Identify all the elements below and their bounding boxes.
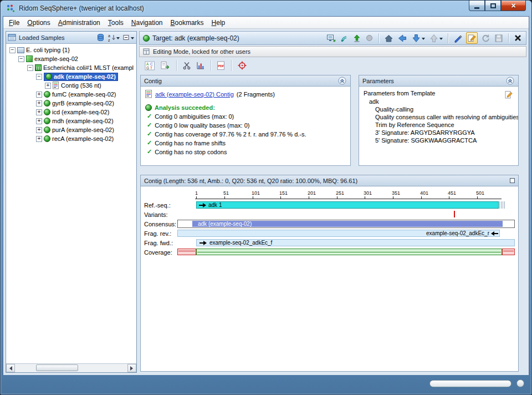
- scrollbar-track[interactable]: [15, 364, 127, 372]
- gene-sphere-icon: [44, 126, 50, 133]
- bottom-horizontal-scrollbar[interactable]: [429, 380, 511, 387]
- frag-fwd-bar[interactable]: example-seq-02_adkEc_f: [196, 239, 515, 246]
- navigate-up-button[interactable]: [428, 33, 443, 44]
- ruler-row: 1 51 101 151 201 251 301 351 401 451 501: [144, 189, 515, 200]
- tree-item-contig[interactable]: + Contig (536 nt): [7, 81, 136, 90]
- consensus-range-box[interactable]: adk (example-seq-02): [177, 220, 515, 228]
- menu-help[interactable]: Help: [208, 18, 229, 28]
- scrollbar-thumb[interactable]: [36, 364, 78, 371]
- tree-toggle-icon[interactable]: −: [9, 47, 16, 53]
- svg-text:T: T: [150, 66, 152, 70]
- tree-item-purA[interactable]: + purA (example-seq-02): [7, 125, 136, 134]
- tree-item-ecoli-typing[interactable]: − E. coli typing {1}: [7, 45, 136, 54]
- menu-file[interactable]: File: [5, 18, 23, 28]
- pdf-report-button[interactable]: PDF: [216, 60, 226, 71]
- tree-horizontal-scrollbar[interactable]: [6, 363, 136, 372]
- ref-seq-bar-label: adk 1: [208, 202, 222, 208]
- close-button[interactable]: ×: [501, 1, 526, 11]
- tree-toggle-icon[interactable]: +: [36, 100, 42, 107]
- gene-sphere-icon: [44, 100, 50, 107]
- sequence-editor-button[interactable]: ACGT: [144, 60, 156, 71]
- template-name: adk: [369, 98, 514, 105]
- menu-options[interactable]: Options: [23, 18, 54, 28]
- navigate-back-button[interactable]: [397, 33, 408, 44]
- collapse-chevron-icon[interactable]: [505, 76, 515, 85]
- ref-seq-row: Ref.-seq.: adk 1: [144, 200, 515, 210]
- task-icon: [35, 64, 42, 71]
- loaded-samples-header: Loaded Samples az: [6, 32, 136, 44]
- export-fragments-button[interactable]: [160, 60, 171, 71]
- database-button[interactable]: [96, 33, 105, 43]
- collapse-chevron-icon[interactable]: [337, 76, 347, 85]
- menu-bookmarks[interactable]: Bookmarks: [167, 18, 208, 28]
- tree-item-label: fumC (example-seq-02): [52, 91, 116, 98]
- send-to-workstation-button[interactable]: [326, 33, 336, 43]
- contig-info-panel: Contig adk (example-seq-02) Contig: [140, 75, 351, 166]
- tree-item-fumC[interactable]: + fumC (example-seq-02): [7, 90, 136, 99]
- contig-link[interactable]: adk (example-seq-02) Contig: [155, 91, 234, 98]
- tree-toggle-icon[interactable]: −: [27, 65, 33, 71]
- check-item: ✓ Contig 0 low quality bases (max: 0): [147, 121, 346, 129]
- home-button[interactable]: [383, 33, 394, 43]
- tree-toggle-icon[interactable]: +: [36, 92, 42, 98]
- detach-panel-button[interactable]: [510, 178, 515, 183]
- tree-selection[interactable]: adk (example-seq-02): [44, 73, 118, 81]
- coverage-row: Coverage:: [144, 247, 515, 257]
- scroll-left-button[interactable]: [6, 364, 15, 372]
- tree-item-gyrB[interactable]: + gyrB (example-seq-02): [7, 99, 136, 108]
- sort-az-button[interactable]: az: [108, 33, 120, 43]
- tree-item-label: icd (example-seq-02): [52, 109, 109, 115]
- tree-item-example-seq-02[interactable]: − example-seq-02: [7, 54, 136, 63]
- status-circle-icon[interactable]: [365, 33, 374, 43]
- ruler-tick: [224, 196, 225, 199]
- tree-toggle-icon[interactable]: +: [45, 83, 51, 89]
- parameters-heading: Parameters from Template: [364, 90, 514, 97]
- parameter-item: 5' Signature: SGGKWAAGGRACTCA: [375, 137, 514, 144]
- split-scissors-button[interactable]: [182, 60, 192, 70]
- edit-parameters-icon[interactable]: [504, 90, 514, 100]
- tree-item-recA[interactable]: + recA (example-seq-02): [7, 134, 136, 143]
- ruler-label: 101: [252, 190, 260, 196]
- tree-item-mdh[interactable]: + mdh (example-seq-02): [7, 117, 136, 125]
- menu-tools[interactable]: Tools: [104, 18, 127, 28]
- refresh-button[interactable]: [480, 33, 491, 43]
- tree-toggle-icon[interactable]: +: [36, 118, 42, 124]
- tree-item-adk[interactable]: − adk (example-seq-02): [7, 72, 136, 81]
- variant-marker[interactable]: [454, 211, 455, 217]
- ref-seq-bar[interactable]: adk 1: [196, 201, 499, 209]
- titlebar[interactable]: Ridom SeqSphere+ (tweniger at localhost)…: [1, 1, 531, 16]
- tree-toggle-icon[interactable]: +: [36, 136, 42, 142]
- quality-chart-button[interactable]: [196, 60, 206, 70]
- tree-toggle-icon[interactable]: −: [36, 74, 42, 80]
- submit-upload-button[interactable]: [352, 33, 362, 43]
- consensus-bar[interactable]: adk (example-seq-02): [192, 221, 503, 227]
- tree-item-label: example-seq-02: [34, 55, 78, 62]
- signal-icon-button[interactable]: [339, 33, 349, 43]
- menu-navigation[interactable]: Navigation: [127, 18, 167, 28]
- save-button[interactable]: [494, 33, 504, 43]
- tree-item-icd[interactable]: + icd (example-seq-02): [7, 108, 136, 117]
- target-crosshair-button[interactable]: [237, 60, 248, 71]
- frag-rev-bar[interactable]: example-seq-02_adkEc_r: [177, 230, 500, 237]
- tree-item-mlst-task[interactable]: − Escherichia coli#1 MLST (exampl: [7, 63, 136, 72]
- variants-row: Variants:: [144, 210, 515, 219]
- tree-toggle-icon[interactable]: −: [18, 56, 24, 62]
- tree-toggle-icon[interactable]: +: [36, 127, 42, 133]
- collapse-all-button[interactable]: [122, 33, 135, 42]
- resize-grip[interactable]: [516, 379, 524, 387]
- navigate-down-button[interactable]: [411, 33, 426, 44]
- tree-toggle-icon[interactable]: +: [36, 109, 42, 115]
- ruler-tick: [309, 196, 309, 199]
- ruler-label: 301: [364, 190, 372, 196]
- signature-pen-button[interactable]: [453, 33, 463, 43]
- minimize-button[interactable]: [469, 1, 485, 11]
- consensus-row: Consensus: adk (example-seq-02): [144, 219, 515, 229]
- maximize-button[interactable]: [485, 1, 501, 11]
- main-content: Loaded Samples az −: [3, 29, 529, 375]
- contig-viewer-body: 1 51 101 151 201 251 301 351 401 451 501: [141, 186, 518, 371]
- check-icon: ✓: [147, 148, 152, 155]
- close-target-button[interactable]: [513, 33, 523, 43]
- scroll-right-button[interactable]: [127, 364, 136, 372]
- menu-administration[interactable]: Administration: [54, 18, 104, 28]
- edit-mode-toggle[interactable]: [466, 32, 478, 44]
